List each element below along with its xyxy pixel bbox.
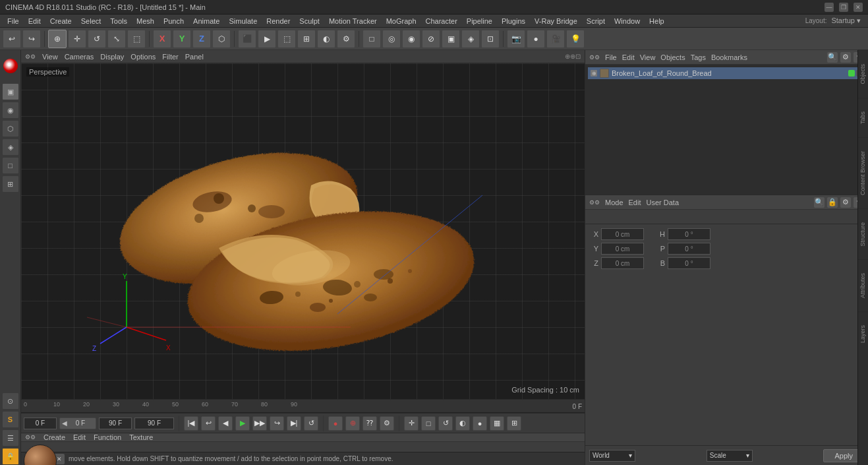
render-view-btn[interactable]: ▶	[258, 30, 276, 48]
motion-tracker-btn[interactable]: ⊞	[2, 175, 19, 193]
mat-menu-edit[interactable]: Edit	[73, 433, 86, 441]
om-menu-file[interactable]: File	[605, 53, 617, 61]
goto-end-btn[interactable]: ▶|	[287, 416, 301, 431]
viewport[interactable]: ⚙⚙ View Cameras Display Options Filter P…	[21, 50, 585, 399]
menu-tools[interactable]: Tools	[105, 16, 132, 26]
preview-start-input[interactable]	[67, 418, 94, 429]
rs-tab-attributes[interactable]: Attributes	[858, 259, 868, 311]
material-round[interactable]: Round	[24, 445, 57, 465]
menu-simulate[interactable]: Simulate	[224, 16, 262, 26]
render-frame-btn[interactable]: ⊞	[297, 30, 316, 48]
rs-tab-objects[interactable]: Objects	[858, 50, 868, 98]
play-btn[interactable]: ▶	[235, 416, 250, 431]
preview-end-input[interactable]	[134, 418, 174, 429]
poly-mode-btn[interactable]: ▣	[442, 30, 460, 48]
menu-help[interactable]: Help	[645, 16, 669, 26]
uv-btn[interactable]: ◈	[461, 30, 480, 48]
record-all-btn[interactable]: ⊕	[345, 416, 360, 431]
menu-vray[interactable]: V-Ray Bridge	[530, 16, 582, 26]
point-mode-btn[interactable]: ◉	[402, 30, 420, 48]
scale-tl-btn[interactable]: ◐	[455, 416, 470, 431]
om-row-bread[interactable]: ⊕ Broken_Loaf_of_Round_Bread	[588, 67, 865, 79]
mat-menu-create[interactable]: Create	[43, 433, 65, 441]
coord-y-pos[interactable]	[601, 243, 644, 255]
maximize-button[interactable]: ❐	[839, 3, 848, 12]
menu-layout[interactable]: Startup ▾	[826, 15, 865, 26]
scale-tool-btn[interactable]: ⤡	[107, 30, 126, 48]
current-frame-input[interactable]	[24, 418, 57, 429]
step-forward-btn[interactable]: ▶▶	[252, 416, 267, 431]
sel-tl-btn[interactable]: □	[421, 416, 436, 431]
coord-z-size[interactable]	[668, 257, 710, 269]
om-menu-tags[interactable]: Tags	[691, 53, 706, 61]
menu-create[interactable]: Create	[45, 16, 76, 26]
close-button[interactable]: ✕	[854, 3, 863, 12]
record-active-btn[interactable]: ●	[328, 416, 343, 431]
all-tl-btn[interactable]: ▦	[490, 416, 504, 431]
om-menu-view[interactable]: View	[640, 53, 656, 61]
menu-punch[interactable]: Punch	[159, 16, 188, 26]
rs-tab-content-browser[interactable]: Content Browser	[858, 137, 868, 208]
om-settings-icon[interactable]: ⚙	[840, 52, 851, 63]
vp-menu-options[interactable]: Options	[130, 53, 156, 61]
render-anim-btn[interactable]: ◐	[317, 30, 335, 48]
redo-button[interactable]: ↪	[22, 30, 41, 48]
view-tl-btn[interactable]: ⊞	[507, 416, 521, 431]
coord-z-pos[interactable]	[601, 257, 644, 269]
bp-uv-btn[interactable]: ◈	[2, 139, 19, 156]
menu-character[interactable]: Character	[421, 16, 462, 26]
menu-mesh[interactable]: Mesh	[132, 16, 159, 26]
y-axis-btn[interactable]: Y	[173, 30, 191, 48]
s-mode[interactable]: S	[2, 411, 19, 428]
menu-select[interactable]: Select	[76, 16, 106, 26]
material-ball-round[interactable]	[24, 445, 57, 465]
cam-btn[interactable]: 🎥	[546, 30, 565, 48]
attr-menu-mode[interactable]: Mode	[605, 199, 623, 206]
menu-file[interactable]: File	[3, 16, 24, 26]
move-tool-btn[interactable]: ✛	[68, 30, 86, 48]
render-region-btn[interactable]: ⬚	[277, 30, 296, 48]
attr-lock-icon[interactable]: 🔒	[827, 197, 838, 208]
next-keyframe-btn[interactable]: ↪	[270, 416, 284, 431]
minimize-button[interactable]: —	[825, 3, 834, 12]
auto-key-btn[interactable]: ⁇	[362, 416, 377, 431]
attr-search-icon[interactable]: 🔍	[814, 197, 825, 208]
axis-all-btn[interactable]: ⬡	[212, 30, 231, 48]
rot-tl-btn[interactable]: ↺	[438, 416, 453, 431]
menu-sculpt[interactable]: Sculpt	[295, 16, 324, 26]
om-menu-bookmarks[interactable]: Bookmarks	[711, 53, 747, 61]
pose-tl-btn[interactable]: ●	[473, 416, 487, 431]
coord-y-size[interactable]	[668, 243, 710, 255]
mat-menu-texture[interactable]: Texture	[129, 433, 153, 441]
vp-menu-cameras[interactable]: Cameras	[65, 53, 94, 61]
object-mode-btn[interactable]: □	[362, 30, 381, 48]
rotate-tool-btn[interactable]: ↺	[88, 30, 106, 48]
prev-keyframe-btn[interactable]: ↩	[201, 416, 216, 431]
om-menu-objects[interactable]: Objects	[660, 53, 685, 61]
om-search-icon[interactable]: 🔍	[827, 52, 838, 63]
edge-mode-btn[interactable]: ⊘	[422, 30, 440, 48]
select-tool-btn[interactable]: ⊕	[48, 30, 67, 48]
light-btn[interactable]: 💡	[566, 30, 585, 48]
vp-menu-display[interactable]: Display	[100, 53, 124, 61]
vp-menu-filter[interactable]: Filter	[162, 53, 178, 61]
mat-menu-function[interactable]: Function	[94, 433, 121, 441]
z-axis-btn[interactable]: Z	[192, 30, 211, 48]
uv-edit-btn[interactable]: ◉	[2, 102, 19, 119]
loop-btn[interactable]: ↺	[304, 416, 318, 431]
undo-button[interactable]: ↩	[3, 30, 21, 48]
coord-system-dropdown[interactable]: World ▾	[589, 450, 635, 462]
attr-menu-userdata[interactable]: User Data	[647, 199, 680, 206]
menu-window[interactable]: Window	[610, 16, 645, 26]
model-mode-btn[interactable]: ▣	[2, 83, 19, 100]
goto-start-btn[interactable]: |◀	[184, 416, 198, 431]
attr-gear-icon[interactable]: ⚙	[840, 197, 851, 208]
snapshot-btn[interactable]: 📷	[507, 30, 525, 48]
lock-btn[interactable]: 🔒	[2, 448, 19, 465]
menu-pipeline[interactable]: Pipeline	[462, 16, 497, 26]
om-visibility-dot[interactable]	[848, 70, 855, 77]
menu-render[interactable]: Render	[262, 16, 295, 26]
x-axis-btn[interactable]: X	[153, 30, 171, 48]
rs-tab-tabs[interactable]: Tabs	[858, 98, 868, 137]
bp-3d-btn[interactable]: ⬡	[2, 120, 19, 137]
